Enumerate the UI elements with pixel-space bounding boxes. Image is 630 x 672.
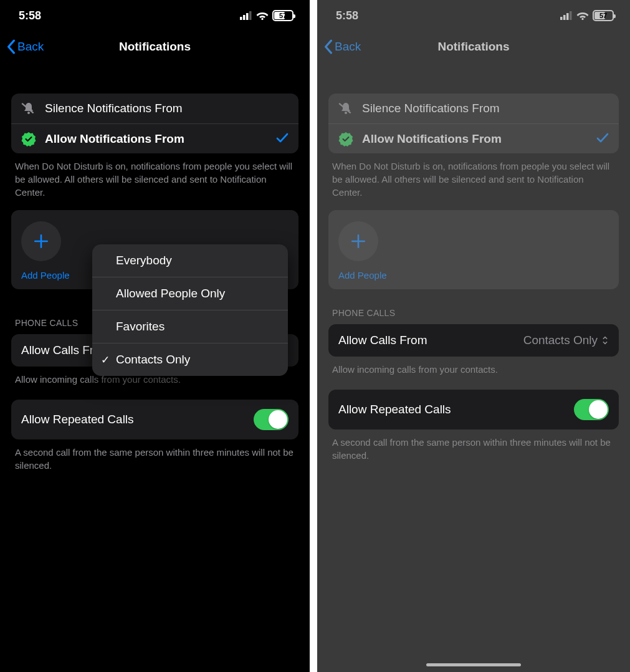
back-button[interactable]: Back bbox=[323, 39, 361, 54]
repeated-calls-row: Allow Repeated Calls bbox=[328, 390, 619, 430]
status-bar: 5:58 57 bbox=[0, 0, 310, 31]
allow-calls-footer: Allow incoming calls from your contacts. bbox=[328, 357, 619, 376]
repeated-calls-toggle[interactable] bbox=[574, 399, 609, 420]
svg-rect-3 bbox=[249, 11, 252, 20]
phone-calls-header: PHONE CALLS bbox=[328, 308, 619, 318]
up-down-chevron-icon bbox=[601, 335, 609, 346]
cellular-icon bbox=[560, 11, 573, 20]
status-time: 5:58 bbox=[19, 9, 41, 22]
home-indicator bbox=[426, 663, 521, 666]
status-bar: 5:58 57 bbox=[317, 0, 630, 31]
allow-row[interactable]: Allow Notifications From bbox=[11, 123, 298, 153]
svg-point-5 bbox=[27, 112, 30, 114]
page-title: Notifications bbox=[0, 40, 310, 54]
phone-screenshot-left: 5:58 57 Back Notifications Silence Notif… bbox=[0, 0, 310, 672]
silence-row[interactable]: Silence Notifications From bbox=[328, 94, 619, 123]
status-time: 5:58 bbox=[336, 9, 358, 22]
plus-icon bbox=[350, 233, 366, 249]
svg-point-11 bbox=[345, 112, 347, 114]
back-label: Back bbox=[17, 40, 44, 54]
plus-icon bbox=[33, 233, 49, 249]
repeated-calls-label: Allow Repeated Calls bbox=[21, 413, 134, 426]
wifi-icon bbox=[256, 11, 269, 20]
battery-icon: 57 bbox=[593, 10, 614, 21]
bell-slash-icon bbox=[338, 101, 353, 116]
page-title: Notifications bbox=[317, 40, 630, 54]
repeated-calls-toggle[interactable] bbox=[254, 409, 289, 430]
back-button[interactable]: Back bbox=[6, 39, 44, 54]
chevron-left-icon bbox=[323, 39, 333, 54]
cellular-icon bbox=[240, 11, 252, 20]
checkmark-icon: ✓ bbox=[98, 353, 112, 367]
mode-footer: When Do Not Disturb is on, notifications… bbox=[11, 153, 298, 199]
add-people-button[interactable] bbox=[338, 221, 378, 261]
repeated-calls-footer: A second call from the same person withi… bbox=[11, 439, 298, 472]
verified-badge-icon bbox=[338, 132, 353, 146]
popover-option-allowed[interactable]: Allowed People Only bbox=[92, 277, 288, 310]
people-card: Add People bbox=[328, 210, 619, 289]
svg-rect-0 bbox=[240, 17, 242, 20]
status-icons: 57 bbox=[560, 10, 614, 21]
popover-option-everybody[interactable]: Everybody bbox=[92, 244, 288, 277]
allow-row[interactable]: Allow Notifications From bbox=[328, 123, 619, 153]
battery-level: 57 bbox=[279, 12, 287, 19]
wifi-icon bbox=[576, 11, 589, 20]
svg-rect-7 bbox=[563, 15, 566, 20]
repeated-calls-label: Allow Repeated Calls bbox=[338, 403, 451, 416]
checkmark-icon bbox=[596, 132, 609, 146]
allow-label: Allow Notifications From bbox=[362, 132, 502, 146]
add-people-button[interactable] bbox=[21, 221, 61, 261]
chevron-left-icon bbox=[6, 39, 16, 54]
allow-calls-label: Allow Calls From bbox=[338, 334, 427, 347]
svg-rect-2 bbox=[246, 13, 249, 20]
svg-rect-8 bbox=[566, 13, 569, 20]
status-icons: 57 bbox=[240, 10, 294, 21]
repeated-calls-row: Allow Repeated Calls bbox=[11, 400, 298, 439]
svg-rect-6 bbox=[560, 17, 563, 20]
silence-label: Silence Notifications From bbox=[362, 102, 500, 115]
silence-label: Silence Notifications From bbox=[45, 102, 183, 115]
svg-rect-1 bbox=[243, 15, 246, 20]
verified-badge-icon bbox=[21, 132, 36, 146]
mode-footer: When Do Not Disturb is on, notifications… bbox=[328, 153, 619, 199]
checkmark-icon bbox=[276, 132, 289, 146]
phone-screenshot-right: 5:58 57 Back Notifications Silence Notif… bbox=[310, 0, 630, 672]
bell-slash-icon bbox=[21, 101, 36, 116]
svg-rect-9 bbox=[570, 11, 572, 20]
repeated-calls-footer: A second call from the same person withi… bbox=[328, 430, 619, 462]
allow-calls-row[interactable]: Allow Calls From Contacts Only bbox=[328, 324, 619, 357]
popover-option-contacts[interactable]: ✓Contacts Only bbox=[92, 343, 288, 376]
battery-icon: 57 bbox=[272, 10, 294, 21]
silence-row[interactable]: Silence Notifications From bbox=[11, 94, 298, 123]
nav-bar: Back Notifications bbox=[0, 31, 310, 62]
mode-group: Silence Notifications From Allow Notific… bbox=[11, 94, 298, 153]
mode-group: Silence Notifications From Allow Notific… bbox=[328, 94, 619, 153]
allow-calls-value: Contacts Only bbox=[523, 334, 598, 347]
popover-option-favorites[interactable]: Favorites bbox=[92, 310, 288, 343]
calls-popover: Everybody Allowed People Only Favorites … bbox=[92, 244, 288, 376]
add-people-label: Add People bbox=[338, 270, 609, 281]
allow-label: Allow Notifications From bbox=[45, 132, 184, 146]
nav-bar: Back Notifications bbox=[317, 31, 630, 62]
back-label: Back bbox=[335, 40, 361, 54]
battery-level: 57 bbox=[599, 12, 607, 19]
